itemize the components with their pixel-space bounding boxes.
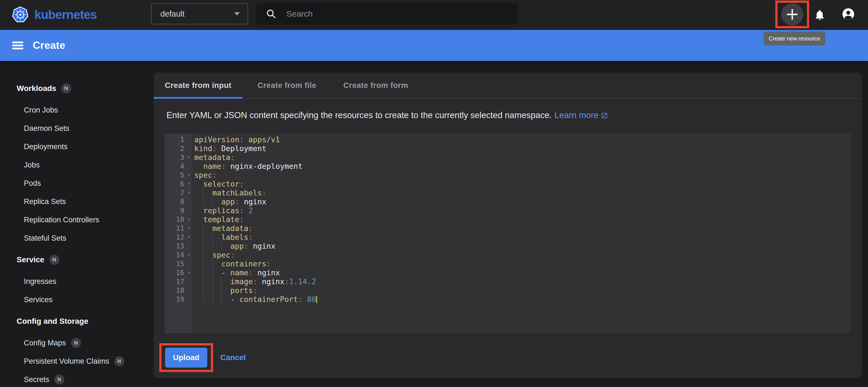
line-number: 18 <box>165 286 191 295</box>
menu-button[interactable] <box>12 42 23 49</box>
editor-line-10: 10▾ template: <box>165 215 851 224</box>
editor-line-4: 4 name: nginx-deployment <box>165 162 851 171</box>
editor-line-15: 15 containers: <box>165 259 851 268</box>
line-code: labels: <box>191 233 253 242</box>
line-number: 19 <box>165 295 191 304</box>
sidebar-section-workloads[interactable]: WorkloadsN <box>0 79 154 98</box>
sidebar-item-config-maps[interactable]: Config MapsN <box>0 334 154 352</box>
sidebar-item-secrets[interactable]: SecretsN <box>0 371 154 387</box>
sidebar-item-pods[interactable]: Pods <box>0 174 154 192</box>
editor-line-5: 5▾spec: <box>165 171 851 180</box>
tab-bar: Create from inputCreate from fileCreate … <box>154 73 862 99</box>
indent-guide <box>212 277 213 286</box>
namespace-selector[interactable]: default <box>151 3 248 24</box>
fold-arrow-icon[interactable]: ▾ <box>188 225 190 231</box>
tab-create-from-input[interactable]: Create from input <box>154 73 243 98</box>
sidebar-label: Deployments <box>24 142 68 151</box>
editor-line-17: 17 image: nginx:1.14.2 <box>165 277 851 286</box>
line-number: 15 <box>165 259 191 268</box>
editor-line-1: 1apiVersion: apps/v1 <box>165 135 851 144</box>
editor-line-16: 16▾ - name: nginx <box>165 268 851 277</box>
line-code: app: nginx <box>191 198 267 206</box>
indent-guide <box>203 198 204 206</box>
line-code: matchLabels: <box>191 188 267 198</box>
line-code: metadata: <box>191 224 253 233</box>
sidebar-item-ingresses[interactable]: Ingresses <box>0 272 154 290</box>
indent-guide <box>203 286 204 295</box>
fold-arrow-icon[interactable]: ▾ <box>188 181 190 186</box>
line-code: apiVersion: apps/v1 <box>191 135 280 144</box>
indent-guide <box>212 286 213 295</box>
editor-line-19: 19 - containerPort: 80 <box>165 295 851 304</box>
indent-guide <box>203 268 204 277</box>
sidebar-item-daemon-sets[interactable]: Daemon Sets <box>0 119 154 138</box>
hamburger-icon <box>12 42 23 43</box>
line-code: - name: nginx <box>191 268 280 277</box>
indent-guide <box>203 295 204 304</box>
notifications-button[interactable] <box>814 9 826 21</box>
sidebar-item-replication-controllers[interactable]: Replication Controllers <box>0 211 154 229</box>
sidebar-label: Daemon Sets <box>24 124 69 133</box>
account-button[interactable] <box>842 8 855 21</box>
cancel-button[interactable]: Cancel <box>220 343 246 372</box>
indent-guide <box>203 242 204 251</box>
sidebar-section-service[interactable]: ServiceN <box>0 251 154 269</box>
kubernetes-dashboard: kubernetes default <box>0 0 868 387</box>
tab-create-from-form[interactable]: Create from form <box>331 73 420 98</box>
indent-guide <box>203 277 204 286</box>
indent-guide <box>212 268 213 277</box>
namespaced-badge: N <box>114 356 124 366</box>
sidebar-item-persistent-volume-claims[interactable]: Persistent Volume ClaimsN <box>0 352 154 371</box>
fold-arrow-icon[interactable]: ▾ <box>188 270 190 275</box>
sidebar-item-jobs[interactable]: Jobs <box>0 156 154 174</box>
sidebar-label: Stateful Sets <box>24 234 66 243</box>
sidebar-nav: WorkloadsNCron JobsDaemon SetsDeployment… <box>0 61 154 387</box>
line-code: ports: <box>191 286 257 295</box>
sidebar-label: Replication Controllers <box>24 216 99 224</box>
line-code: image: nginx:1.14.2 <box>191 277 316 286</box>
sidebar-item-replica-sets[interactable]: Replica Sets <box>0 192 154 211</box>
description-text: Enter YAML or JSON content specifying th… <box>166 110 862 120</box>
yaml-editor[interactable]: 1apiVersion: apps/v12kind: Deployment3▾m… <box>165 134 851 333</box>
fold-arrow-icon[interactable]: ▾ <box>188 234 190 240</box>
create-new-resource-button[interactable] <box>781 3 803 26</box>
editor-lines: 1apiVersion: apps/v12kind: Deployment3▾m… <box>165 135 851 304</box>
indent-guide <box>212 242 213 251</box>
indent-guide <box>203 188 204 198</box>
line-code: app: nginx <box>191 242 276 251</box>
indent-guide <box>203 259 204 268</box>
line-number: 14▾ <box>165 251 191 259</box>
sidebar-label: Cron Jobs <box>24 106 58 114</box>
editor-line-11: 11▾ metadata: <box>165 224 851 233</box>
sidebar-label: Config and Storage <box>17 317 88 326</box>
fold-arrow-icon[interactable]: ▾ <box>188 154 190 160</box>
line-number: 4 <box>165 162 191 171</box>
line-number: 9 <box>165 206 191 215</box>
indent-guide <box>221 286 222 295</box>
learn-more-link[interactable]: Learn more <box>554 110 608 120</box>
fold-arrow-icon[interactable]: ▾ <box>188 172 190 178</box>
fold-arrow-icon[interactable]: ▾ <box>188 190 190 196</box>
sidebar-section-config-and-storage[interactable]: Config and Storage <box>0 312 154 330</box>
editor-line-14: 14▾ spec: <box>165 251 851 259</box>
indent-guide <box>203 233 204 242</box>
tab-create-from-file[interactable]: Create from file <box>243 73 331 98</box>
line-code: metadata: <box>191 153 235 162</box>
sidebar-item-cron-jobs[interactable]: Cron Jobs <box>0 101 154 119</box>
editor-line-6: 6▾ selector: <box>165 180 851 188</box>
sidebar-item-deployments[interactable]: Deployments <box>0 138 154 156</box>
line-code: selector: <box>191 180 244 188</box>
search-input[interactable] <box>285 9 485 19</box>
upload-button[interactable]: Upload <box>165 348 207 367</box>
line-number: 3▾ <box>165 153 191 162</box>
editor-line-12: 12▾ labels: <box>165 233 851 242</box>
line-number: 1 <box>165 135 191 144</box>
search-box[interactable] <box>256 3 517 24</box>
fold-arrow-icon[interactable]: ▾ <box>188 216 190 222</box>
sidebar-item-stateful-sets[interactable]: Stateful Sets <box>0 229 154 247</box>
fold-arrow-icon[interactable]: ▾ <box>188 252 190 257</box>
brand[interactable]: kubernetes <box>11 5 97 24</box>
sidebar-label: Workloads <box>17 84 56 93</box>
indent-guide <box>221 295 222 304</box>
sidebar-item-services[interactable]: Services <box>0 290 154 309</box>
